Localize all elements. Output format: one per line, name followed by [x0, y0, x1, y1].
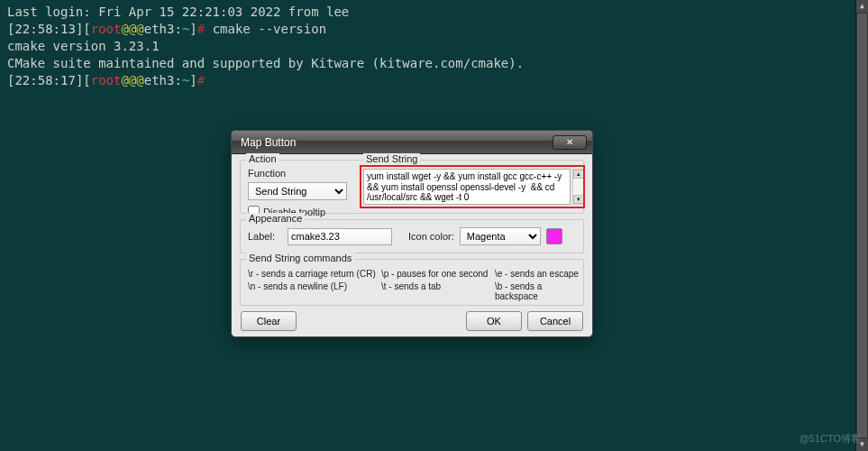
send-string-commands-label: Send String commands [246, 253, 354, 263]
watermark: @51CTO博客 [799, 432, 861, 446]
scroll-track[interactable] [573, 179, 584, 195]
appearance-group: Appearance Label: Icon color: Magenta [240, 219, 584, 253]
scroll-thumb[interactable] [856, 13, 868, 438]
cmd-hint: \t - sends a tab [381, 281, 495, 301]
scroll-up-icon[interactable]: ▴ [573, 170, 584, 179]
label-input[interactable] [288, 228, 392, 245]
function-select[interactable]: Send String [248, 182, 347, 200]
scroll-up-icon[interactable]: ▲ [856, 0, 868, 13]
ok-button[interactable]: OK [466, 311, 522, 331]
cmd-hint: \r - sends a carriage return (CR) [248, 269, 381, 279]
terminal-scrollbar[interactable]: ▲ ▼ [855, 0, 868, 451]
map-button-dialog: Map Button ✕ Action Function Send String… [231, 130, 593, 337]
textarea-scrollbar[interactable]: ▴ ▾ [572, 169, 585, 205]
cmd-hint: \b - sends a backspace [495, 281, 585, 301]
icon-color-select[interactable]: Magenta [460, 227, 541, 245]
function-label: Function [248, 168, 286, 179]
scroll-down-icon[interactable]: ▾ [573, 195, 584, 204]
dialog-titlebar[interactable]: Map Button ✕ [232, 131, 592, 154]
cmd-hint: \e - sends an escape [495, 269, 585, 279]
dialog-title: Map Button [241, 136, 296, 149]
cmd-hint: \p - pauses for one second [381, 269, 495, 279]
cancel-button[interactable]: Cancel [527, 311, 583, 331]
icon-color-label: Icon color: [408, 231, 454, 242]
close-button[interactable]: ✕ [553, 135, 587, 150]
label-label: Label: [248, 231, 282, 242]
button-row: Clear OK Cancel [232, 308, 592, 331]
send-string-commands-group: Send String commands \r - sends a carria… [240, 259, 584, 306]
send-string-input[interactable] [363, 169, 571, 205]
appearance-group-label: Appearance [246, 213, 305, 224]
action-group: Action Function Send String Disable tool… [240, 160, 584, 214]
action-group-label: Action [246, 153, 279, 164]
clear-button[interactable]: Clear [241, 311, 297, 331]
icon-color-swatch[interactable] [546, 228, 562, 244]
send-string-group-label: Send String [363, 153, 420, 164]
cmd-hint: \n - sends a newline (LF) [248, 281, 381, 301]
